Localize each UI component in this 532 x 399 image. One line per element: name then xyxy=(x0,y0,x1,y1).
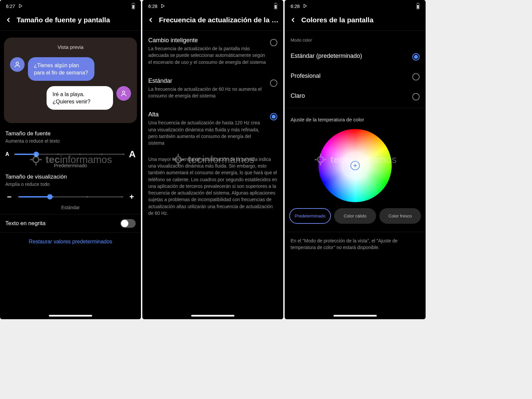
radio-button[interactable] xyxy=(412,73,420,80)
slider-caption: Predeterminado xyxy=(5,163,136,168)
avatar-icon xyxy=(116,86,131,101)
page-title: Colores de la pantalla xyxy=(301,16,421,24)
status-bar: 6:27 xyxy=(0,0,141,10)
restore-defaults-link[interactable]: Restaurar valores predeterminados xyxy=(29,239,112,244)
color-mode-option[interactable]: Claro xyxy=(285,86,426,106)
radio-button[interactable] xyxy=(412,53,420,61)
page-header: Tamaño de fuente y pantalla xyxy=(0,10,141,31)
small-a-label: A xyxy=(5,151,9,157)
divider xyxy=(285,232,426,232)
bold-text-label: Texto en negrita xyxy=(5,220,46,227)
preview-label: Vista previa xyxy=(10,44,131,50)
bold-text-row[interactable]: Texto en negrita xyxy=(0,214,141,232)
play-store-icon xyxy=(18,4,23,9)
message-row-incoming: ¿Tienes algún plan para el fin de semana… xyxy=(10,57,131,81)
svg-point-1 xyxy=(122,91,125,93)
home-indicator[interactable] xyxy=(49,315,92,317)
message-bubble: ¿Tienes algún plan para el fin de semana… xyxy=(28,57,94,81)
three-phone-container: 6:27 Tamaño de fuente y pantalla Vista p… xyxy=(0,0,426,319)
section-subtitle: Aumenta o reduce el texto xyxy=(5,138,136,144)
section-title: Tamaño de visualización xyxy=(5,174,136,180)
radio-button[interactable] xyxy=(270,79,277,87)
option-title: Alta xyxy=(148,111,266,118)
option-title: Estándar xyxy=(148,77,266,84)
color-temp-chip[interactable]: Predeterminado xyxy=(289,208,331,224)
plus-icon[interactable]: + xyxy=(128,192,136,201)
color-mode-option[interactable]: Estándar (predeterminado) xyxy=(285,46,426,66)
phone-screen-colors: 6:28 Colores de la pantalla Modo color E… xyxy=(285,0,426,319)
large-a-label: A xyxy=(129,149,136,160)
page-title: Tamaño de fuente y pantalla xyxy=(17,16,136,24)
back-button[interactable] xyxy=(147,16,154,24)
option-description: La frecuencia de actualización de 60 Hz … xyxy=(148,86,266,99)
color-temperature-wheel[interactable] xyxy=(319,129,392,202)
slider-caption: Estándar xyxy=(5,205,136,210)
radio-button[interactable] xyxy=(412,93,420,100)
bold-text-toggle[interactable] xyxy=(120,219,136,228)
option-description: Una frecuencia de actualización de hasta… xyxy=(148,119,266,146)
status-time: 6:28 xyxy=(148,4,157,9)
phone-font-size: 6:27 Tamaño de fuente y pantalla Vista p… xyxy=(0,0,141,319)
radio-button[interactable] xyxy=(270,113,277,120)
divider xyxy=(285,108,426,108)
color-temp-note: En el "Modo de protección de la vista", … xyxy=(285,234,426,254)
message-row-outgoing: Iré a la playa. ¿Quieres venir? xyxy=(10,86,131,110)
minus-icon[interactable]: − xyxy=(5,192,13,201)
color-mode-label: Profesional xyxy=(291,72,321,79)
phone-refresh-rate: 6:28 Frecuencia de actualización de la p… xyxy=(142,0,283,319)
page-title: Frecuencia de actualización de la p… xyxy=(159,16,279,24)
color-temp-header: Ajuste de la temperatura de color xyxy=(285,110,426,126)
color-temp-chip[interactable]: Color fresco xyxy=(379,208,421,224)
preview-card: Vista previa ¿Tienes algún plan para el … xyxy=(4,38,137,123)
refresh-rate-option[interactable]: AltaUna frecuencia de actualización de h… xyxy=(142,105,283,152)
radio-button[interactable] xyxy=(270,39,277,46)
avatar-icon xyxy=(10,57,25,72)
refresh-rate-option[interactable]: EstándarLa frecuencia de actualización d… xyxy=(142,71,283,105)
back-button[interactable] xyxy=(289,16,297,24)
battery-icon xyxy=(416,3,420,9)
page-header: Colores de la pantalla xyxy=(285,10,426,31)
battery-icon xyxy=(274,3,277,9)
refresh-rate-option[interactable]: Cambio inteligenteLa frecuencia de actua… xyxy=(142,31,283,71)
page-header: Frecuencia de actualización de la p… xyxy=(142,10,283,31)
color-mode-label: Estándar (predeterminado) xyxy=(291,53,362,60)
status-bar: 6:28 xyxy=(285,0,426,10)
color-mode-label: Claro xyxy=(291,92,305,99)
battery-icon xyxy=(132,3,135,9)
status-time: 6:28 xyxy=(291,4,300,9)
font-size-slider[interactable] xyxy=(15,154,124,155)
color-mode-option[interactable]: Profesional xyxy=(285,66,426,86)
restore-row[interactable]: Restaurar valores predeterminados xyxy=(0,232,141,251)
option-description: La frecuencia de actualización de la pan… xyxy=(148,45,266,66)
home-indicator[interactable] xyxy=(333,315,377,317)
display-size-slider[interactable] xyxy=(19,196,122,198)
display-size-section: Tamaño de visualización Amplía o reduce … xyxy=(0,172,141,214)
section-title: Tamaño de fuente xyxy=(5,130,136,137)
color-mode-header: Modo color xyxy=(285,31,426,46)
section-subtitle: Amplía o reduce todo xyxy=(5,182,136,187)
status-time: 6:27 xyxy=(6,4,15,9)
play-store-icon xyxy=(161,4,165,9)
play-store-icon xyxy=(303,4,308,9)
option-title: Cambio inteligente xyxy=(148,37,266,44)
back-button[interactable] xyxy=(5,16,12,24)
refresh-rate-footnote: Una mayor frecuencia de actualización de… xyxy=(142,153,283,220)
message-bubble: Iré a la playa. ¿Quieres venir? xyxy=(47,86,113,110)
color-temp-chip[interactable]: Color cálido xyxy=(334,208,376,224)
status-bar: 6:28 xyxy=(142,0,283,10)
color-picker-handle[interactable] xyxy=(350,161,360,170)
font-size-section: Tamaño de fuente Aumenta o reduce el tex… xyxy=(0,129,141,172)
svg-point-0 xyxy=(16,62,18,65)
home-indicator[interactable] xyxy=(191,315,234,317)
